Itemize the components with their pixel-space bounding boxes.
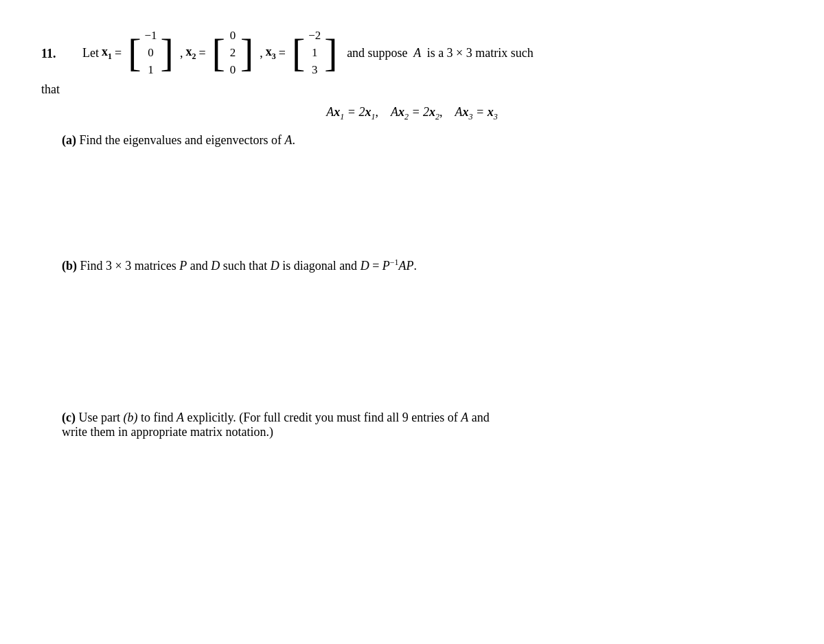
bracket-left-x2: [	[212, 33, 225, 73]
part-c-text4: and	[472, 411, 490, 424]
part-c-A2: A	[461, 411, 468, 424]
let-word: Let	[82, 46, 99, 60]
x1-label: x1	[102, 45, 112, 62]
part-b-dot: .	[414, 259, 417, 273]
part-b-Pinv: P	[382, 259, 390, 273]
that-line: that	[41, 82, 783, 97]
part-b-D: D	[211, 259, 220, 273]
part-b-is-diagonal: is diagonal and	[282, 259, 360, 273]
x2-r2: 2	[227, 45, 239, 61]
problem-header: 11. Let x1 = [ −1 0 1 ] , x2 = [ 0 2 0 ]	[41, 27, 783, 78]
x3-label: x3	[266, 45, 276, 62]
part-c-text3: explicitly. (For full credit you must fi…	[187, 411, 461, 424]
matrix-x1: [ −1 0 1 ]	[127, 27, 174, 78]
problem-number: 11.	[41, 27, 82, 61]
equals-3: =	[279, 46, 286, 60]
x3-r1: −2	[306, 27, 323, 44]
matrix-x1-cells: −1 0 1	[141, 27, 159, 78]
equals-2: =	[198, 46, 205, 60]
part-c-block: (c) Use part (b) to find A explicitly. (…	[62, 411, 783, 439]
comma-2: ,	[260, 46, 263, 60]
matrix-x3: [ −2 1 3 ]	[291, 27, 339, 78]
part-c-A: A	[176, 411, 184, 424]
x3-r2: 1	[309, 45, 321, 61]
part-c-label: (c)	[62, 411, 76, 424]
part-c-b: (b)	[123, 411, 137, 424]
x1-r3: 1	[145, 62, 157, 78]
and-suppose: and suppose	[344, 46, 411, 60]
part-b-D2: D	[271, 259, 279, 273]
matrix-x2: [ 0 2 0 ]	[211, 27, 255, 78]
part-c-text5: write them in appropriate matrix notatio…	[62, 425, 273, 439]
that-word: that	[41, 82, 60, 96]
part-b-block: (b) Find 3 × 3 matrices P and D such tha…	[62, 257, 783, 273]
part-a-label: (a)	[62, 133, 76, 147]
eq-Ax1: Ax1 = 2x1	[326, 105, 375, 119]
matrix-x3-cells: −2 1 3	[306, 27, 323, 78]
equations-line: Ax1 = 2x1, Ax2 = 2x2, Ax3 = x3	[41, 105, 783, 122]
bracket-right-x1: ]	[161, 33, 174, 73]
A-letter-1: A	[413, 46, 421, 60]
part-b-text: Find 3 × 3 matrices	[80, 259, 180, 273]
part-b-eq-text: =	[372, 259, 382, 273]
part-b-and: and	[190, 259, 211, 273]
x2-label: x2	[185, 45, 196, 62]
part-b-AP: AP	[399, 259, 414, 273]
bracket-left-x1: [	[128, 33, 141, 73]
comma-1: ,	[180, 46, 183, 60]
part-b-eq: D	[360, 259, 369, 273]
bracket-right-x3: ]	[324, 33, 337, 73]
eq-Ax3: Ax3 = x3	[455, 105, 498, 119]
part-c-line1: (c) Use part (b) to find A explicitly. (…	[62, 411, 783, 425]
part-a-block: (a) Find the eigenvalues and eigenvector…	[62, 133, 783, 148]
x1-r1: −1	[141, 27, 159, 44]
x1-r2: 0	[145, 45, 157, 61]
x2-r3: 0	[227, 62, 239, 78]
part-c-text2: to find	[141, 411, 176, 424]
eq-Ax2: Ax2 = 2x2	[391, 105, 439, 119]
is-a-text: is a 3 × 3 matrix such	[424, 46, 534, 60]
bracket-left-x3: [	[292, 33, 305, 73]
part-b-neg1: −1	[390, 257, 399, 267]
part-b-label: (b)	[62, 259, 77, 273]
matrix-x2-cells: 0 2 0	[226, 27, 240, 78]
part-c-line2: write them in appropriate matrix notatio…	[62, 425, 783, 439]
x2-r1: 0	[227, 27, 239, 44]
equals-1: =	[115, 46, 122, 60]
part-a-period: .	[292, 133, 295, 147]
x3-r3: 3	[309, 62, 321, 78]
part-c-text1: Use part	[78, 411, 123, 424]
problem-statement: Let x1 = [ −1 0 1 ] , x2 = [ 0 2 0 ] ,	[82, 27, 783, 78]
part-b-such: such that	[223, 259, 271, 273]
part-a-A: A	[284, 133, 292, 147]
part-a-text: Find the eigenvalues and eigenvectors of	[80, 133, 285, 147]
part-b-P: P	[179, 259, 187, 273]
bracket-right-x2: ]	[240, 33, 253, 73]
